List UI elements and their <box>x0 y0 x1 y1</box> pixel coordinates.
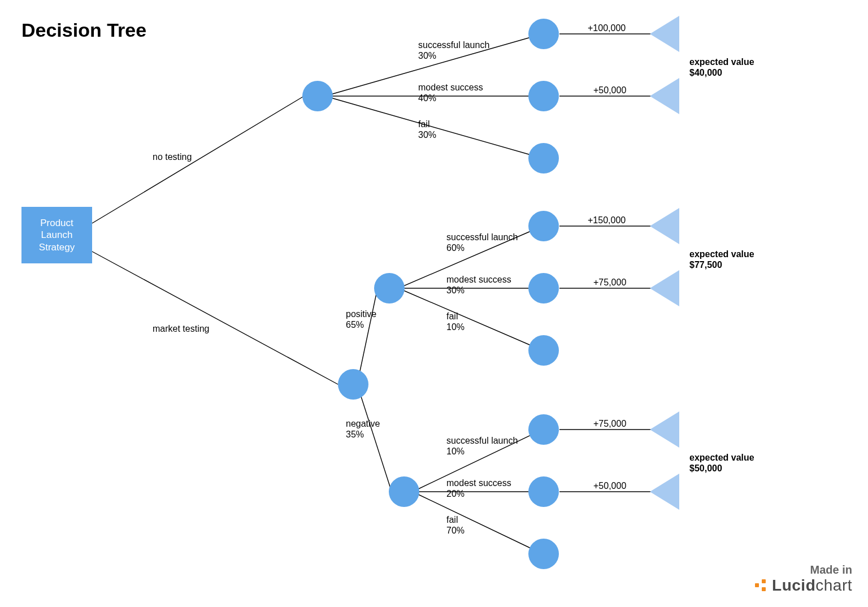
branch-label-market-testing: market testing <box>153 323 209 334</box>
terminal-neg-success <box>650 411 679 448</box>
outcome-node-nt-modest <box>528 81 559 111</box>
terminal-pos-modest <box>650 270 679 306</box>
watermark-made-in: Made in <box>755 563 852 576</box>
branch-label-no-testing: no testing <box>153 151 192 162</box>
outcome-node-pos-success <box>528 211 559 241</box>
branch-label-positive: positive 65% <box>346 309 376 330</box>
outcome-node-neg-success <box>528 414 559 445</box>
svg-line-0 <box>92 96 304 223</box>
outcome-label-pos-fail: fail 10% <box>446 311 465 332</box>
outcome-node-neg-modest <box>528 476 559 507</box>
payoff-pos-modest: +75,000 <box>593 277 626 288</box>
terminal-nt-success <box>650 16 679 52</box>
watermark-brand: Lucidchart <box>755 576 852 595</box>
outcome-label-pos-modest: modest success 30% <box>446 274 511 296</box>
payoff-nt-modest: +50,000 <box>593 85 626 96</box>
payoff-neg-modest: +50,000 <box>593 480 626 491</box>
chance-node-market-testing <box>338 369 368 400</box>
terminal-neg-modest <box>650 474 679 510</box>
watermark-brand-a: Lucid <box>772 576 815 594</box>
watermark-brand-b: chart <box>815 576 852 594</box>
outcome-label-neg-success: successful launch 10% <box>446 435 518 457</box>
terminal-nt-modest <box>650 78 679 114</box>
branch-label-negative: negative 35% <box>346 418 380 440</box>
payoff-nt-success: +100,000 <box>588 23 626 33</box>
chance-node-no-testing <box>302 81 333 111</box>
outcome-label-neg-modest: modest success 20% <box>446 478 511 499</box>
outcome-node-pos-modest <box>528 273 559 304</box>
svg-line-1 <box>92 252 338 384</box>
outcome-node-pos-fail <box>528 335 559 366</box>
payoff-neg-success: +75,000 <box>593 418 626 429</box>
chance-node-positive <box>374 273 405 304</box>
outcome-label-nt-fail: fail 30% <box>418 119 436 140</box>
expected-value-nt: expected value $40,000 <box>689 57 754 78</box>
lucidchart-logo-icon <box>755 579 767 592</box>
outcome-label-nt-modest: modest success 40% <box>418 82 483 103</box>
outcome-node-neg-fail <box>528 539 559 569</box>
payoff-pos-success: +150,000 <box>588 215 626 226</box>
outcome-node-nt-fail <box>528 143 559 174</box>
svg-line-9 <box>398 288 542 350</box>
diagram-stage: Decision Tree Product Launch Strategy no… <box>0 0 868 607</box>
expected-value-neg: expected value $50,000 <box>689 452 754 474</box>
terminal-pos-success <box>650 208 679 244</box>
page-title: Decision Tree <box>21 19 146 41</box>
outcome-label-pos-success: successful launch 60% <box>446 232 518 253</box>
expected-value-pos: expected value $77,500 <box>689 249 754 270</box>
svg-line-5 <box>357 288 377 384</box>
outcome-node-nt-success <box>528 19 559 49</box>
root-decision-node: Product Launch Strategy <box>21 207 92 263</box>
outcome-label-neg-fail: fail 70% <box>446 514 465 536</box>
watermark: Made in Lucidchart <box>755 563 852 595</box>
outcome-label-nt-success: successful launch 30% <box>418 40 489 61</box>
svg-line-12 <box>413 492 542 554</box>
chance-node-negative <box>389 476 419 507</box>
